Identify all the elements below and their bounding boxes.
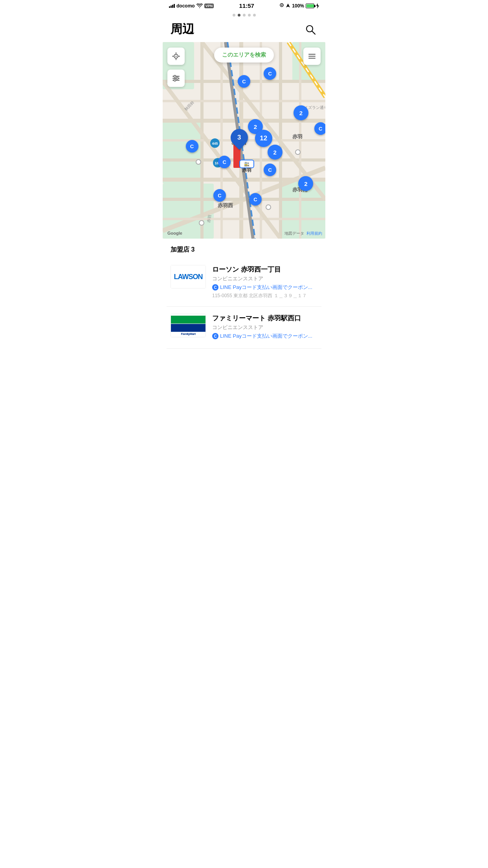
map-filter-button[interactable] [167,70,185,87]
map-pin-2c[interactable]: 2 [268,145,283,160]
map-pin-c1[interactable]: C [186,140,198,153]
navigation-icon [286,3,290,9]
vpn-badge: VPN [204,4,214,8]
svg-point-1 [281,4,283,6]
store-name-lawson: ローソン 赤羽西一丁目 [212,265,317,274]
map-attribution[interactable]: 地図データ 利用規約 [284,231,322,236]
battery-percent: 100% [292,3,304,9]
location-status-icon [279,3,284,9]
dot-5[interactable] [253,14,256,17]
lawson-logo-text: LAWSON [171,265,206,289]
svg-point-52 [176,77,178,79]
map-dot-2 [295,149,301,155]
map-pin-c6[interactable]: C [264,164,276,176]
status-right: 100% [279,3,319,9]
svg-point-2 [306,26,313,32]
svg-point-51 [174,75,176,77]
map-dot-1 [196,159,201,165]
svg-point-47 [176,56,177,57]
map-pin-c3[interactable]: C [238,75,250,88]
store-address-lawson: 115-0055 東京都 北区赤羽西 １＿３９＿１７ [212,292,317,299]
store-coupon-familymart[interactable]: C LINE Payコード支払い画面でクーポン... [212,333,317,340]
store-info-lawson: ローソン 赤羽西一丁目 コンビニエンスストア C LINE Payコード支払い画… [212,265,317,299]
store-category-familymart: コンビニエンスストア [212,324,317,331]
charge-icon [316,3,319,9]
map-pin-c5[interactable]: C [218,156,231,168]
store-item-lawson[interactable]: LAWSON ローソン 赤羽西一丁目 コンビニエンスストア C LINE Pay… [167,258,321,307]
map-data-label: 地図データ [284,231,304,236]
map-container[interactable]: 160 445 赤羽台 赤羽 赤羽西 赤羽南 秋田幹 イズラン通り 赤羽 🚉 赤… [163,42,325,239]
store-item-familymart[interactable]: FamilyMart ファミリーマート 赤羽駅西口 コンビニエンスストア C L… [167,307,321,349]
status-left: docomo VPN [169,3,214,9]
store-logo-lawson: LAWSON [171,265,206,289]
map-dot-3 [266,204,271,210]
wifi-icon [196,4,203,8]
map-dot-4 [199,220,204,226]
store-coupon-lawson[interactable]: C LINE Payコード支払い画面でクーポン... [212,284,317,291]
store-list: LAWSON ローソン 赤羽西一丁目 コンビニエンスストア C LINE Pay… [163,258,325,349]
store-logo-familymart: FamilyMart [171,314,206,337]
map-pin-2b[interactable]: 2 [294,105,308,120]
svg-rect-5 [163,184,214,239]
svg-text:赤羽: 赤羽 [242,167,251,173]
coupon-badge-lawson: C [212,284,218,291]
dot-1[interactable] [233,14,235,17]
store-category-lawson: コンビニエンスストア [212,275,317,282]
coupon-badge-familymart: C [212,333,218,339]
page-header: 周辺 [163,20,325,42]
store-name-familymart: ファミリーマート 赤羽駅西口 [212,314,317,323]
svg-line-3 [312,31,316,34]
dot-4[interactable] [248,14,251,17]
map-pin-2d[interactable]: 2 [298,176,313,191]
map-location-button[interactable] [167,48,185,65]
battery-icon [306,4,314,8]
svg-text:赤羽西: 赤羽西 [218,202,233,208]
familymart-logo-graphic: FamilyMart [171,314,206,337]
map-pin-12[interactable]: 12 [255,130,272,147]
map-list-button[interactable] [303,48,321,65]
map-search-area-button[interactable]: このエリアを検索 [214,48,274,63]
svg-text:赤羽: 赤羽 [292,134,303,140]
page-title: 周辺 [171,21,194,37]
map-pin-c2[interactable]: C [314,122,325,135]
store-count-label: 加盟店 3 [163,239,325,258]
svg-point-53 [174,79,176,81]
svg-text:445: 445 [212,142,218,145]
svg-text:🚉: 🚉 [244,161,250,167]
status-bar: docomo VPN 11:57 100% [163,0,325,10]
map-terms-label[interactable]: 利用規約 [306,231,322,236]
carrier-label: docomo [176,3,195,9]
dot-3[interactable] [243,14,246,17]
dot-2[interactable] [238,14,240,17]
status-time: 11:57 [239,2,254,9]
page-dots [163,10,325,20]
signal-icon [169,4,175,8]
map-pin-c4[interactable]: C [264,67,276,80]
store-info-familymart: ファミリーマート 赤羽駅西口 コンビニエンスストア C LINE Payコード支… [212,314,317,341]
google-logo: Google [167,231,182,235]
map-pin-c7[interactable]: C [213,189,226,202]
map-pin-c8[interactable]: C [249,193,262,206]
search-button[interactable] [303,22,317,37]
svg-rect-6 [163,121,202,184]
